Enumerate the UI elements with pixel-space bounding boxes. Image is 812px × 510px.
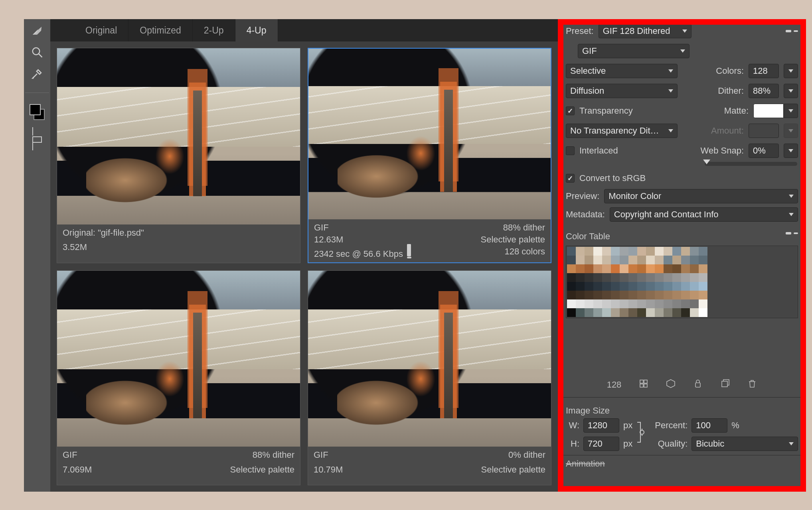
- color-swatch[interactable]: [690, 247, 699, 256]
- panel-menu-icon[interactable]: [786, 30, 798, 32]
- color-swatch[interactable]: [690, 264, 699, 273]
- color-swatch[interactable]: [690, 282, 699, 291]
- color-swatch[interactable]: [620, 299, 628, 308]
- color-swatch[interactable]: [611, 308, 620, 317]
- color-swatch[interactable]: [637, 291, 646, 299]
- color-swatch[interactable]: [646, 308, 655, 317]
- quality-select[interactable]: Bicubic: [691, 437, 798, 451]
- color-swatches[interactable]: [30, 104, 45, 120]
- dither-input[interactable]: 88%: [749, 84, 779, 98]
- colors-stepper[interactable]: [784, 64, 798, 78]
- color-swatch[interactable]: [672, 299, 681, 308]
- color-swatch[interactable]: [567, 256, 576, 264]
- color-swatch[interactable]: [672, 282, 681, 291]
- tab-original[interactable]: Original: [74, 19, 128, 41]
- color-swatch[interactable]: [646, 264, 655, 273]
- color-swatch[interactable]: [690, 273, 699, 282]
- color-swatch[interactable]: [593, 299, 602, 308]
- color-swatch[interactable]: [672, 273, 681, 282]
- color-swatch[interactable]: [593, 256, 602, 264]
- websnap-slider[interactable]: [705, 162, 797, 166]
- color-swatch[interactable]: [585, 247, 593, 256]
- color-swatch[interactable]: [628, 291, 637, 299]
- color-swatch[interactable]: [602, 247, 611, 256]
- snap-to-web-icon[interactable]: [639, 379, 648, 391]
- color-swatch[interactable]: [655, 247, 664, 256]
- color-swatch[interactable]: [585, 273, 593, 282]
- color-swatch[interactable]: [576, 308, 585, 317]
- color-swatch[interactable]: [576, 256, 585, 264]
- color-swatch[interactable]: [628, 273, 637, 282]
- color-swatch[interactable]: [585, 264, 593, 273]
- color-swatch[interactable]: [602, 264, 611, 273]
- matte-swatch[interactable]: [753, 104, 784, 118]
- color-swatch[interactable]: [585, 308, 593, 317]
- color-swatch[interactable]: [567, 308, 576, 317]
- tab-4up[interactable]: 4-Up: [235, 19, 278, 41]
- color-swatch[interactable]: [593, 308, 602, 317]
- preview-pane-1[interactable]: Original: "gif-file.psd" 3.52M: [57, 48, 300, 263]
- color-swatch[interactable]: [585, 256, 593, 264]
- color-swatch[interactable]: [637, 308, 646, 317]
- percent-input[interactable]: 100: [691, 418, 727, 433]
- interlaced-checkbox[interactable]: [566, 146, 575, 155]
- constrain-proportions-icon[interactable]: [636, 420, 645, 445]
- color-swatch[interactable]: [664, 264, 672, 273]
- color-swatch[interactable]: [576, 247, 585, 256]
- color-swatch[interactable]: [620, 308, 628, 317]
- color-swatch[interactable]: [637, 247, 646, 256]
- color-swatch[interactable]: [585, 282, 593, 291]
- color-swatch[interactable]: [602, 308, 611, 317]
- color-swatch[interactable]: [602, 291, 611, 299]
- color-swatch[interactable]: [690, 299, 699, 308]
- color-swatch[interactable]: [672, 291, 681, 299]
- color-swatch[interactable]: [637, 273, 646, 282]
- color-swatch[interactable]: [646, 299, 655, 308]
- color-swatch[interactable]: [567, 247, 576, 256]
- color-swatch[interactable]: [628, 299, 637, 308]
- color-swatch[interactable]: [593, 264, 602, 273]
- color-swatch[interactable]: [664, 291, 672, 299]
- preset-select[interactable]: GIF 128 Dithered: [599, 24, 692, 38]
- color-swatch[interactable]: [681, 256, 690, 264]
- color-swatch[interactable]: [699, 291, 707, 299]
- color-swatch[interactable]: [690, 291, 699, 299]
- color-swatch[interactable]: [637, 282, 646, 291]
- color-swatch[interactable]: [672, 264, 681, 273]
- color-swatch[interactable]: [567, 282, 576, 291]
- color-swatch[interactable]: [690, 308, 699, 317]
- dither-method-select[interactable]: Diffusion: [566, 84, 678, 98]
- color-swatch[interactable]: [628, 308, 637, 317]
- color-swatch[interactable]: [655, 264, 664, 273]
- websnap-input[interactable]: 0%: [749, 144, 779, 158]
- color-swatch[interactable]: [585, 291, 593, 299]
- color-swatch[interactable]: [681, 291, 690, 299]
- color-swatch[interactable]: [576, 282, 585, 291]
- color-swatch[interactable]: [664, 256, 672, 264]
- color-swatch[interactable]: [567, 299, 576, 308]
- color-swatch[interactable]: [681, 273, 690, 282]
- color-swatch[interactable]: [576, 299, 585, 308]
- color-swatch[interactable]: [620, 282, 628, 291]
- color-swatch[interactable]: [620, 256, 628, 264]
- color-swatch[interactable]: [611, 291, 620, 299]
- width-input[interactable]: 1280: [583, 418, 619, 433]
- color-swatch[interactable]: [576, 291, 585, 299]
- tab-2up[interactable]: 2-Up: [193, 19, 235, 41]
- color-swatch[interactable]: [628, 282, 637, 291]
- color-swatch[interactable]: [620, 264, 628, 273]
- color-swatch[interactable]: [664, 247, 672, 256]
- color-swatch[interactable]: [576, 273, 585, 282]
- color-swatch[interactable]: [602, 273, 611, 282]
- color-swatch[interactable]: [637, 256, 646, 264]
- color-swatch[interactable]: [646, 256, 655, 264]
- color-swatch[interactable]: [646, 291, 655, 299]
- color-swatch[interactable]: [620, 291, 628, 299]
- trash-icon[interactable]: [747, 379, 757, 391]
- color-swatch[interactable]: [699, 247, 707, 256]
- color-swatch[interactable]: [664, 299, 672, 308]
- transparency-checkbox[interactable]: [566, 106, 575, 115]
- color-swatch[interactable]: [699, 273, 707, 282]
- color-swatch[interactable]: [655, 291, 664, 299]
- color-swatch[interactable]: [593, 247, 602, 256]
